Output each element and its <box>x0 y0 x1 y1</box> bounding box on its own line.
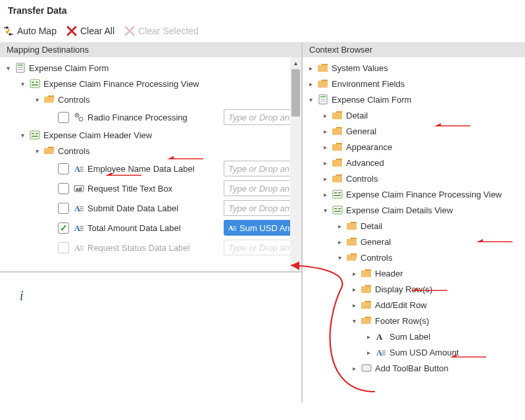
datalabel-icon: A <box>375 346 387 358</box>
drop-target[interactable]: Type or Drop an <box>224 109 297 125</box>
node-general[interactable]: General <box>346 126 376 136</box>
clear-all-icon <box>66 25 78 37</box>
svg-rect-32 <box>332 176 342 182</box>
svg-rect-3 <box>18 69 23 70</box>
node-finance-processing-view[interactable]: Expense Claim Finance Processing View <box>346 190 502 199</box>
toggle-collapsed-icon[interactable]: ▸ <box>364 332 372 340</box>
node-details-view[interactable]: Expense Claim Details View <box>346 205 453 215</box>
toggle-collapsed-icon[interactable]: ▸ <box>336 222 343 230</box>
toggle-collapsed-icon[interactable]: ▸ <box>336 238 343 246</box>
node-controls[interactable]: Controls <box>361 253 392 263</box>
info-icon: i <box>20 288 24 303</box>
field-submit-date[interactable]: Submit Date Data Label <box>88 203 221 213</box>
drop-target[interactable]: Type or Drop an <box>224 161 297 176</box>
toggle-collapsed-icon[interactable]: ▸ <box>350 364 358 372</box>
node-general[interactable]: General <box>361 237 391 247</box>
node-addedit-row[interactable]: Add/Edit Row <box>375 300 427 310</box>
toolbar: Auto Map Clear All Clear Selected <box>0 22 525 42</box>
svg-text:A: A <box>74 224 80 233</box>
field-employee-name[interactable]: Employee Name Data Label <box>88 164 221 174</box>
node-detail[interactable]: Detail <box>361 221 382 231</box>
toggle-collapsed-icon[interactable]: ▸ <box>321 190 329 198</box>
toggle-expanded-icon[interactable]: ▾ <box>336 253 343 261</box>
token-label: Sum USD An <box>239 223 290 233</box>
toggle-collapsed-icon[interactable]: ▸ <box>321 127 329 135</box>
node-controls[interactable]: Controls <box>58 95 89 105</box>
node-controls[interactable]: Controls <box>346 174 378 184</box>
checkbox[interactable] <box>58 242 69 253</box>
toggle-collapsed-icon[interactable]: ▸ <box>321 111 329 119</box>
toggle-collapsed-icon[interactable]: ▸ <box>350 301 358 309</box>
folder-icon <box>361 299 372 311</box>
scroll-up-icon[interactable]: ▴ <box>290 57 301 68</box>
drop-target[interactable]: Type or Drop an <box>224 200 297 216</box>
node-display-rows[interactable]: Display Row(s) <box>375 284 432 294</box>
view-icon <box>332 188 343 200</box>
svg-rect-5 <box>32 82 34 83</box>
toggle-collapsed-icon[interactable]: ▸ <box>307 80 314 88</box>
drop-target[interactable]: Type or Drop an <box>224 240 297 255</box>
field-request-title[interactable]: Request Title Text Box <box>88 184 221 194</box>
automap-button[interactable]: Auto Map <box>3 25 57 37</box>
toggle-expanded-icon[interactable]: ▾ <box>33 147 41 155</box>
svg-rect-13 <box>36 133 38 134</box>
node-detail[interactable]: Detail <box>346 111 368 120</box>
field-total-amount[interactable]: Total Amount Data Label <box>88 223 221 233</box>
view-icon <box>29 129 41 141</box>
node-environment-fields[interactable]: Environment Fields <box>332 79 405 89</box>
left-tree[interactable]: ▾ Expense Claim Form ▾ Expense Claim Fin… <box>0 57 301 271</box>
folder-icon <box>332 109 343 121</box>
toggle-collapsed-icon[interactable]: ▸ <box>350 285 358 293</box>
node-header-view[interactable]: Expense Claim Header View <box>43 130 152 140</box>
right-tree[interactable]: ▸ System Values ▸ Environment Fields ▾ E… <box>303 57 525 403</box>
node-controls[interactable]: Controls <box>58 146 89 156</box>
checkbox[interactable] <box>58 163 69 174</box>
scroll-thumb[interactable] <box>291 69 300 117</box>
toggle-expanded-icon[interactable]: ▾ <box>350 317 358 325</box>
drop-target[interactable]: Type or Drop an <box>224 180 297 196</box>
toggle-expanded-icon[interactable]: ▾ <box>321 206 329 214</box>
toggle-expanded-icon[interactable]: ▾ <box>33 95 41 103</box>
checkbox[interactable] <box>58 183 69 194</box>
node-expense-claim-form[interactable]: Expense Claim Form <box>332 95 411 105</box>
node-system-values[interactable]: System Values <box>332 63 388 73</box>
node-footer-rows[interactable]: Footer Row(s) <box>375 316 429 326</box>
node-header[interactable]: Header <box>375 269 403 278</box>
toggle-expanded-icon[interactable]: ▾ <box>4 64 12 72</box>
node-advanced[interactable]: Advanced <box>346 158 384 168</box>
svg-rect-43 <box>361 271 371 277</box>
field-radio-finance-processing[interactable]: Radio Finance Processing <box>88 113 221 122</box>
field-request-status[interactable]: Request Status Data Label <box>88 243 221 253</box>
checkbox-checked[interactable] <box>58 223 69 234</box>
svg-rect-48 <box>362 365 371 371</box>
svg-rect-40 <box>334 211 341 212</box>
mapped-token-sum-usd[interactable]: A Sum USD An <box>224 220 297 236</box>
toggle-collapsed-icon[interactable]: ▸ <box>321 143 329 151</box>
clear-all-button[interactable]: Clear All <box>66 25 114 37</box>
node-finance-processing-view[interactable]: Expense Claim Finance Processing View <box>43 79 199 89</box>
toggle-collapsed-icon[interactable]: ▸ <box>364 348 372 356</box>
toggle-collapsed-icon[interactable]: ▸ <box>321 174 329 182</box>
toggle-collapsed-icon[interactable]: ▸ <box>350 269 358 277</box>
toggle-collapsed-icon[interactable]: ▸ <box>321 159 329 167</box>
folder-icon <box>361 267 372 279</box>
toggle-expanded-icon[interactable]: ▾ <box>18 131 26 139</box>
node-add-toolbar-button[interactable]: Add ToolBar Button <box>375 363 449 373</box>
checkbox[interactable] <box>58 112 69 123</box>
toggle-expanded-icon[interactable]: ▾ <box>307 95 314 103</box>
checkbox[interactable] <box>58 203 69 214</box>
scrollbar[interactable]: ▴ ▾ <box>290 57 301 271</box>
svg-rect-35 <box>338 192 341 194</box>
folder-icon <box>332 141 343 153</box>
datalabel-icon: A <box>73 242 85 253</box>
node-sum-usd-amount[interactable]: Sum USD Amount <box>389 348 459 357</box>
node-appearance[interactable]: Appearance <box>346 142 392 152</box>
toggle-expanded-icon[interactable]: ▾ <box>18 80 26 88</box>
folder-icon <box>346 236 358 248</box>
datalabel-icon: A <box>73 163 85 174</box>
scroll-down-icon[interactable]: ▾ <box>290 260 301 271</box>
toggle-collapsed-icon[interactable]: ▸ <box>307 64 314 72</box>
node-sum-label[interactable]: Sum Label <box>389 332 430 342</box>
node-expense-claim-form[interactable]: Expense Claim Form <box>29 63 109 73</box>
svg-rect-26 <box>320 99 326 99</box>
